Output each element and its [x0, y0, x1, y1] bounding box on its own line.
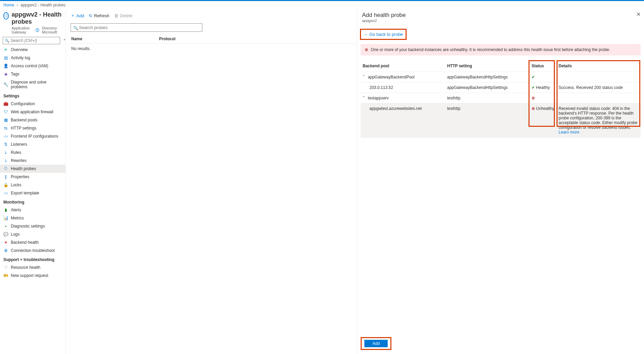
chevron-down-icon[interactable]: ˅ — [363, 75, 367, 79]
nav-label: Health probes — [11, 166, 36, 171]
nav-http-settings[interactable]: ⇆HTTP settings — [0, 124, 66, 132]
nav-alerts[interactable]: ▮Alerts — [0, 206, 66, 214]
no-results: No results. — [69, 44, 357, 54]
nav-search-input[interactable] — [3, 37, 60, 44]
nav-tags[interactable]: ◆Tags — [0, 70, 66, 78]
nav-new-support-request[interactable]: 🎫New support request — [0, 272, 66, 280]
nav-label: HTTP settings — [11, 126, 36, 131]
nav-label: Metrics — [11, 216, 24, 220]
breadcrumb-home[interactable]: Home — [3, 3, 14, 7]
nav-rules[interactable]: ⇣Rules — [0, 148, 66, 157]
nav-properties[interactable]: ∥Properties — [0, 173, 66, 181]
nav-activity-log[interactable]: ▤Activity log — [0, 54, 66, 62]
nav-metrics[interactable]: 📊Metrics — [0, 214, 66, 222]
nav-label: Web application firewall — [11, 110, 53, 114]
nav-icon: ▭ — [3, 134, 8, 139]
cell-details: Received invalid status code: 404 in the… — [557, 103, 641, 138]
nav-label: Alerts — [11, 208, 21, 212]
nav-icon: 🎫 — [3, 273, 8, 278]
nav-rewrites[interactable]: ⇣Rewrites — [0, 157, 66, 165]
nav-icon: 💬 — [3, 232, 8, 237]
nav-frontend-ip-configurations[interactable]: ▭Frontend IP configurations — [0, 132, 66, 140]
refresh-icon: ↻ — [89, 13, 93, 18]
col-protocol: Protocol — [159, 37, 176, 41]
nav-listeners[interactable]: ⇅Listeners — [0, 140, 66, 148]
th-details: Details — [557, 60, 641, 72]
cell-pool: ˅ testappserv — [361, 93, 445, 103]
nav-label: Configuration — [11, 101, 35, 106]
error-icon: ⊗ — [365, 47, 368, 52]
nav-label: New support request — [11, 273, 48, 278]
table-row[interactable]: ˅ testappservtesthttp⊕ — [361, 93, 641, 103]
nav-access-control-iam-[interactable]: 👤Access control (IAM) — [0, 62, 66, 70]
nav-resource-health[interactable]: ♡Resource health — [0, 263, 66, 272]
page-subtitle: Application Gateway — [11, 26, 33, 34]
nav-icon: 🧰 — [3, 101, 8, 106]
cell-details — [557, 93, 641, 103]
nav-icon: ⏀ — [3, 166, 8, 171]
status-ok-icon: ✔ — [532, 75, 535, 79]
nav-overview[interactable]: ✳Overview — [0, 46, 66, 54]
cell-pool: ˅ appGatewayBackendPool — [361, 72, 445, 82]
nav-logs[interactable]: 💬Logs — [0, 230, 66, 238]
add-button[interactable]: ＋Add — [71, 13, 84, 19]
nav-icon: ◆ — [3, 72, 8, 76]
nav-locks[interactable]: 🔒Locks — [0, 181, 66, 189]
nav-icon: ∥ — [3, 174, 8, 179]
close-icon[interactable]: ✕ — [636, 11, 641, 18]
cell-status: ⊕ — [530, 93, 557, 103]
go-back-link[interactable]: ← Go back to probe — [364, 32, 403, 37]
nav-export-template[interactable]: ▭Export template — [0, 189, 66, 197]
cell-http: appGatewayBackendHttpSettings — [445, 72, 530, 82]
nav-backend-health[interactable]: ♥Backend health — [0, 238, 66, 246]
directory-label: Directory: Microsoft — [42, 26, 62, 34]
th-status: Status — [530, 60, 557, 72]
nav-configuration[interactable]: 🧰Configuration — [0, 100, 66, 108]
search-icon: 🔍 — [73, 26, 78, 30]
add-probe-button[interactable]: Add — [364, 340, 388, 347]
nav-icon: ✳ — [3, 47, 8, 52]
nav-label: Diagnostic settings — [11, 224, 45, 229]
nav-label: Activity log — [11, 55, 30, 60]
nav-icon: ♡ — [3, 265, 8, 270]
breadcrumb-current: appgwv2 - Health probes — [21, 3, 66, 7]
search-icon: 🔍 — [5, 39, 9, 43]
nav-health-probes[interactable]: ⏀Health probes — [0, 165, 66, 173]
nav-icon: 📊 — [3, 216, 8, 220]
cell-http: testhttp — [445, 103, 530, 138]
collapse-nav-icon[interactable]: « — [63, 38, 66, 41]
status-bad-icon: ⊕ — [532, 106, 535, 111]
table-row[interactable]: 203.0.113.52appGatewayBackendHttpSetting… — [361, 82, 641, 93]
nav-icon: ▦ — [3, 118, 8, 122]
nav-label: Logs — [11, 232, 20, 237]
cell-status: ⊕ Unhealthy — [530, 103, 557, 138]
trash-icon: 🗑 — [114, 13, 119, 18]
info-icon: ⓘ — [35, 28, 39, 33]
panel-subtitle: appgwv2 — [362, 19, 639, 23]
cell-http: appGatewayBackendHttpSettings — [445, 82, 530, 93]
chevron-down-icon[interactable]: ˅ — [363, 96, 367, 100]
th-pool: Backend pool — [361, 60, 445, 72]
nav-diagnose-and-solve-problems[interactable]: 🔧Diagnose and solve problems — [0, 78, 66, 91]
nav-diagnostic-settings[interactable]: ▪Diagnostic settings — [0, 222, 66, 230]
nav-label: Backend pools — [11, 118, 37, 122]
nav-icon: ♥ — [3, 240, 8, 245]
search-probes-input[interactable] — [71, 23, 202, 32]
app-gateway-icon: ⏀ — [3, 12, 9, 20]
table-row[interactable]: appgwtest.azurewebsites.nettesthttp⊕ Unh… — [361, 103, 641, 138]
status-bad-icon: ⊕ — [532, 96, 535, 100]
learn-more-link[interactable]: Learn more — [559, 130, 579, 135]
delete-button[interactable]: 🗑Delete — [114, 13, 133, 18]
panel-title: Add health probe — [362, 12, 639, 19]
nav-icon: 👤 — [3, 64, 8, 68]
nav-connection-troubleshoot[interactable]: 🖥Connection troubleshoot — [0, 246, 66, 255]
nav-backend-pools[interactable]: ▦Backend pools — [0, 116, 66, 124]
table-row[interactable]: ˅ appGatewayBackendPoolappGatewayBackend… — [361, 72, 641, 82]
nav-icon: 🔒 — [3, 183, 8, 187]
refresh-button[interactable]: ↻Refresh — [89, 13, 109, 18]
nav-web-application-firewall[interactable]: 🛡Web application firewall — [0, 108, 66, 116]
nav-section-settings: Settings — [0, 91, 66, 100]
status-ok-icon: ✔ — [532, 85, 535, 90]
th-http: HTTP setting — [445, 60, 530, 72]
nav-label: Frontend IP configurations — [11, 134, 58, 139]
